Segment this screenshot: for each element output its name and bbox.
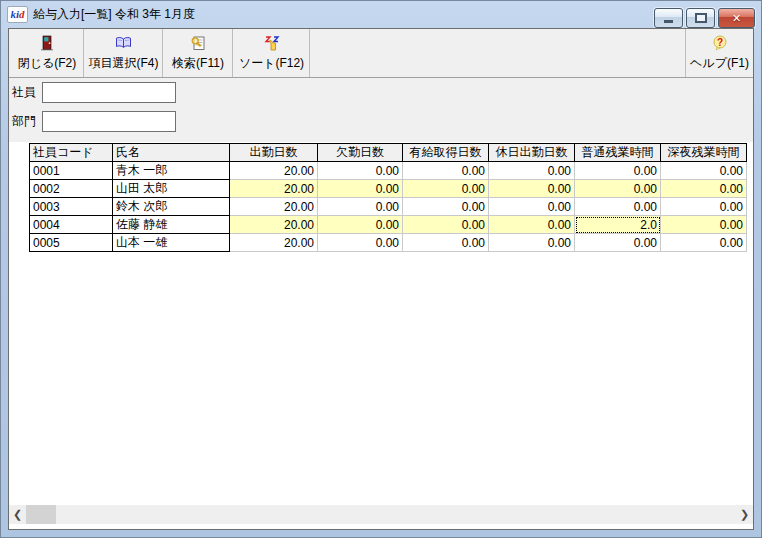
horizontal-scrollbar[interactable]: ❮ ❯ [9,505,753,524]
employee-label: 社員 [12,84,42,101]
employee-name-cell[interactable]: 山田 太郎 [113,180,230,198]
value-cell[interactable]: 0.00 [403,198,489,216]
value-cell[interactable]: 0.00 [489,216,575,234]
value-cell[interactable]: 0.00 [318,162,403,180]
employee-name-cell[interactable]: 青木 一郎 [113,162,230,180]
sort-hand-icon [264,34,280,52]
value-cell[interactable]: 0.00 [575,234,661,252]
toolbar-button-label: ソート(F12) [239,55,304,72]
toolbar: 閉じる(F2) 項目選択(F4) [9,29,753,78]
employee-input[interactable] [42,82,176,103]
column-header[interactable]: 有給取得日数 [403,144,489,162]
value-cell[interactable]: 0.00 [403,180,489,198]
value-cell[interactable]: 0.00 [661,180,747,198]
value-cell[interactable]: 0.00 [575,162,661,180]
column-header[interactable]: 欠勤日数 [318,144,403,162]
grid-header-row: 社員コード氏名出勤日数欠勤日数有給取得日数休日出勤日数普通残業時間深夜残業時間 [30,144,747,162]
value-cell[interactable]: 20.00 [230,180,318,198]
value-cell[interactable]: 0.00 [318,180,403,198]
title-bar[interactable]: kid 給与入力[一覧] 令和 3年 1月度 ✕ [1,1,761,28]
help-button[interactable]: ? ヘルプ(F1) [685,29,753,77]
employee-name-cell[interactable]: 鈴木 次郎 [113,198,230,216]
value-cell[interactable]: 20.00 [230,198,318,216]
close-form-button[interactable]: 閉じる(F2) [11,29,84,77]
value-cell[interactable]: 0.00 [318,198,403,216]
employee-code-cell[interactable]: 0003 [30,198,113,216]
column-header[interactable]: 普通残業時間 [575,144,661,162]
employee-name-cell[interactable]: 山本 一雄 [113,234,230,252]
scroll-left-button[interactable]: ❮ [9,505,26,524]
logo-text-red: d [19,8,25,20]
value-cell[interactable]: 0.00 [403,234,489,252]
department-label: 部門 [12,113,42,130]
door-close-icon [39,34,55,52]
value-cell[interactable]: 0.00 [661,234,747,252]
table-row: 0004佐藤 静雄20.000.000.000.002.00.00 [30,216,747,234]
scroll-right-button[interactable]: ❯ [736,505,753,524]
value-cell[interactable]: 0.00 [575,180,661,198]
toolbar-button-label: 項目選択(F4) [89,55,159,72]
close-button[interactable]: ✕ [718,8,755,28]
item-select-button[interactable]: 項目選択(F4) [85,29,163,77]
open-book-icon [115,34,132,52]
table-row: 0003鈴木 次郎20.000.000.000.000.000.00 [30,198,747,216]
value-cell[interactable]: 0.00 [489,162,575,180]
column-header[interactable]: 深夜残業時間 [661,144,747,162]
app-logo-icon: kid [7,6,28,23]
value-cell[interactable]: 0.00 [489,180,575,198]
restore-icon [695,13,707,23]
value-cell[interactable]: 20.00 [230,162,318,180]
value-cell[interactable]: 20.00 [230,234,318,252]
department-input[interactable] [42,111,176,132]
payroll-table: 社員コード氏名出勤日数欠勤日数有給取得日数休日出勤日数普通残業時間深夜残業時間 … [29,143,747,252]
minimize-button[interactable] [654,8,683,28]
scroll-left-icon: ❮ [13,508,22,521]
value-cell[interactable]: 0.00 [403,162,489,180]
employee-code-cell[interactable]: 0002 [30,180,113,198]
value-cell[interactable]: 0.00 [661,198,747,216]
window-controls: ✕ [654,8,755,28]
value-cell[interactable]: 0.00 [318,234,403,252]
selected-value-cell[interactable]: 2.0 [575,216,661,234]
column-header[interactable]: 休日出勤日数 [489,144,575,162]
toolbar-button-label: ヘルプ(F1) [690,55,749,72]
value-cell[interactable]: 20.00 [230,216,318,234]
value-cell[interactable]: 0.00 [403,216,489,234]
filter-form: 社員 部門 [9,78,753,142]
close-icon: ✕ [732,13,741,24]
sort-button[interactable]: ソート(F12) [234,29,310,77]
scrollbar-thumb[interactable] [26,505,56,524]
value-cell[interactable]: 0.00 [661,162,747,180]
value-cell[interactable]: 0.00 [661,216,747,234]
value-cell[interactable]: 0.00 [575,198,661,216]
column-header[interactable]: 出勤日数 [230,144,318,162]
toolbar-button-label: 閉じる(F2) [18,55,77,72]
svg-text:?: ? [716,37,722,48]
scroll-right-icon: ❯ [740,508,749,521]
value-cell[interactable]: 0.00 [489,198,575,216]
table-row: 0005山本 一雄20.000.000.000.000.000.00 [30,234,747,252]
toolbar-button-label: 検索(F11) [172,55,224,72]
employee-code-cell[interactable]: 0001 [30,162,113,180]
column-header[interactable]: 社員コード [30,144,113,162]
search-button[interactable]: 検索(F11) [164,29,233,77]
table-row: 0001青木 一郎20.000.000.000.000.000.00 [30,162,747,180]
column-header[interactable]: 氏名 [113,144,230,162]
employee-code-cell[interactable]: 0005 [30,234,113,252]
value-cell[interactable]: 0.00 [318,216,403,234]
value-cell[interactable]: 0.00 [489,234,575,252]
minimize-icon [664,20,673,23]
grid-area: 社員コード氏名出勤日数欠勤日数有給取得日数休日出勤日数普通残業時間深夜残業時間 … [9,142,753,529]
search-document-icon [190,34,206,52]
logo-text-blue: ki [10,8,19,20]
window-title: 給与入力[一覧] 令和 3年 1月度 [33,6,195,23]
table-row: 0002山田 太郎20.000.000.000.000.000.00 [30,180,747,198]
app-window: kid 給与入力[一覧] 令和 3年 1月度 ✕ 閉じる [0,0,762,538]
restore-button[interactable] [686,8,715,28]
employee-code-cell[interactable]: 0004 [30,216,113,234]
content-area: 閉じる(F2) 項目選択(F4) [8,28,754,530]
grid-body: 0001青木 一郎20.000.000.000.000.000.000002山田… [30,162,747,252]
employee-name-cell[interactable]: 佐藤 静雄 [113,216,230,234]
help-question-icon: ? [712,34,728,52]
